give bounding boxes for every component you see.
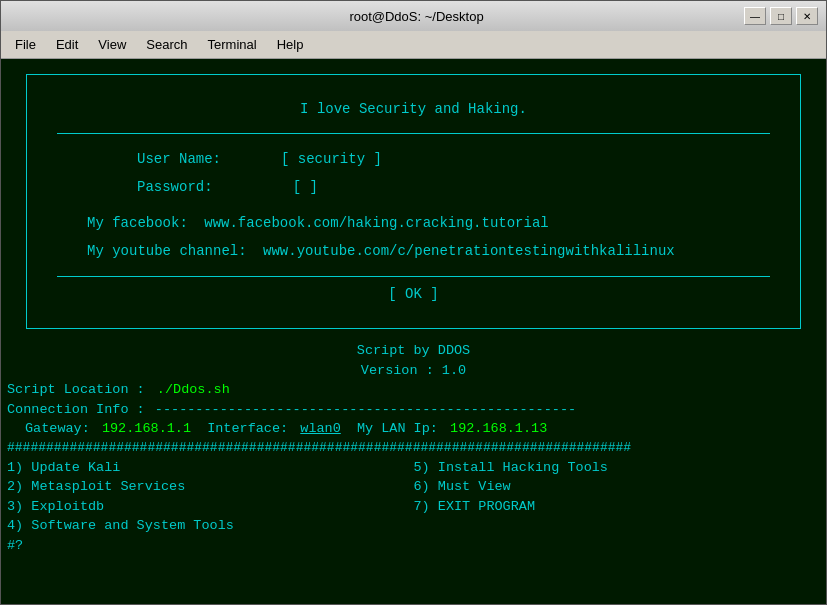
- facebook-row: My facebook: www.facebook.com/haking.cra…: [87, 209, 770, 237]
- prompt: #?: [7, 538, 23, 553]
- menu-item-5: 5) Install Hacking Tools: [414, 458, 821, 478]
- lan-value: 192.168.1.13: [450, 421, 547, 436]
- facebook-label: My facebook:: [87, 215, 188, 231]
- menu-item-7: 7) EXIT PROGRAM: [414, 497, 821, 517]
- menu-columns: 1) Update Kali 2) Metasploit Services 3)…: [7, 458, 820, 536]
- password-value: [ ]: [293, 173, 318, 201]
- gateway-value: 192.168.1.1: [102, 421, 191, 436]
- youtube-row: My youtube channel: www.youtube.com/c/pe…: [87, 237, 770, 265]
- window-controls: — □ ✕: [744, 7, 818, 25]
- dialog-separator-bottom: [57, 276, 770, 277]
- minimize-button[interactable]: —: [744, 7, 766, 25]
- connection-info-line: Connection Info : ----------------------…: [7, 400, 820, 420]
- terminal-area[interactable]: I love Security and Haking. User Name: […: [1, 59, 826, 604]
- menu-item-1: 1) Update Kali: [7, 458, 414, 478]
- menu-col-right: 5) Install Hacking Tools 6) Must View 7)…: [414, 458, 821, 536]
- script-location-line: Script Location : ./Ddos.sh: [7, 380, 820, 400]
- script-location-label: Script Location :: [7, 382, 145, 397]
- terminal-window: root@DdoS: ~/Desktop — □ ✕ File Edit Vie…: [0, 0, 827, 605]
- username-row: User Name: [ security ]: [137, 145, 770, 173]
- youtube-link: www.youtube.com/c/penetrationtestingwith…: [263, 243, 675, 259]
- connection-info-label: Connection Info :: [7, 402, 145, 417]
- gateway-label: Gateway:: [25, 421, 90, 436]
- hash-line: ########################################…: [7, 439, 820, 458]
- youtube-label: My youtube channel:: [87, 243, 247, 259]
- facebook-link: www.facebook.com/haking.cracking.tutoria…: [204, 215, 548, 231]
- dialog-separator-top: [57, 133, 770, 134]
- close-button[interactable]: ✕: [796, 7, 818, 25]
- dialog-banner: I love Security and Haking.: [57, 95, 770, 123]
- username-value: [ security ]: [281, 145, 382, 173]
- dialog-box: I love Security and Haking. User Name: […: [26, 74, 801, 329]
- lan-label: My LAN Ip:: [357, 421, 438, 436]
- menu-item-3: 3) Exploitdb: [7, 497, 414, 517]
- window-title: root@DdoS: ~/Desktop: [89, 9, 744, 24]
- menu-item-2: 2) Metasploit Services: [7, 477, 414, 497]
- menu-help[interactable]: Help: [267, 34, 314, 55]
- password-label: Password:: [137, 173, 213, 201]
- password-row: Password: [ ]: [137, 173, 770, 201]
- menu-item-6: 6) Must View: [414, 477, 821, 497]
- connection-dashes: ----------------------------------------…: [155, 402, 576, 417]
- interface-value: wlan0: [300, 421, 341, 436]
- menu-view[interactable]: View: [88, 34, 136, 55]
- interface-label: Interface:: [207, 421, 288, 436]
- network-info-line: Gateway: 192.168.1.1 Interface: wlan0 My…: [7, 419, 820, 439]
- ok-button[interactable]: [ OK ]: [388, 286, 438, 302]
- menu-search[interactable]: Search: [136, 34, 197, 55]
- script-by: Script by DDOS: [7, 341, 820, 361]
- prompt-line: #?: [7, 536, 820, 556]
- maximize-button[interactable]: □: [770, 7, 792, 25]
- menu-edit[interactable]: Edit: [46, 34, 88, 55]
- username-label: User Name:: [137, 145, 221, 173]
- terminal-output: Script by DDOS Version : 1.0 Script Loca…: [1, 339, 826, 557]
- menu-bar: File Edit View Search Terminal Help: [1, 31, 826, 59]
- title-bar: root@DdoS: ~/Desktop — □ ✕: [1, 1, 826, 31]
- ok-button-row[interactable]: [ OK ]: [57, 280, 770, 308]
- script-location-value: ./Ddos.sh: [157, 382, 230, 397]
- menu-file[interactable]: File: [5, 34, 46, 55]
- version-line: Version : 1.0: [7, 361, 820, 381]
- menu-terminal[interactable]: Terminal: [198, 34, 267, 55]
- menu-item-4: 4) Software and System Tools: [7, 516, 414, 536]
- menu-col-left: 1) Update Kali 2) Metasploit Services 3)…: [7, 458, 414, 536]
- dialog-area: I love Security and Haking. User Name: […: [1, 59, 826, 339]
